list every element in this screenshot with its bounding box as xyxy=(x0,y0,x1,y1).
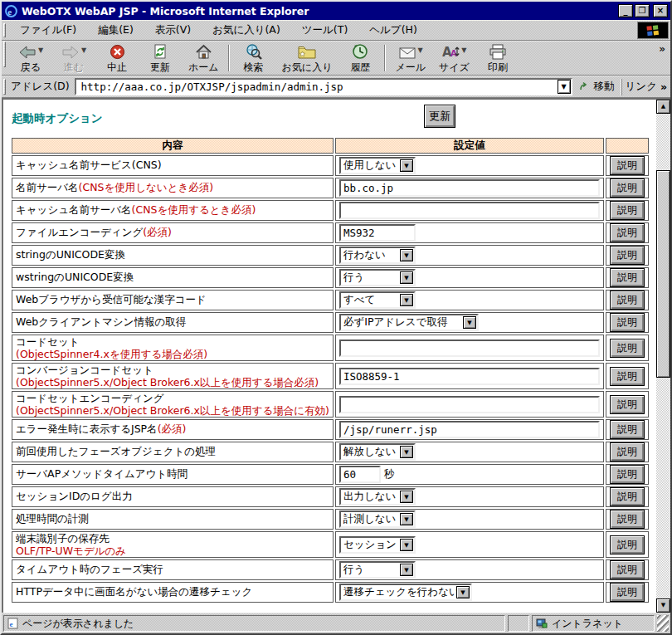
row-input[interactable] xyxy=(339,224,416,242)
row-select[interactable]: 遷移チェックを行わない▼ xyxy=(339,584,472,601)
row-select[interactable]: 行わない▼ xyxy=(339,247,416,264)
chevron-down-icon[interactable]: ▼ xyxy=(400,564,413,576)
toolbar-button-5[interactable]: 検索 xyxy=(232,42,275,75)
chevron-down-icon[interactable]: ▼ xyxy=(456,586,470,598)
table-row: エラー発生時に表示するJSP名(必須)説明 xyxy=(12,419,649,440)
chevron-down-icon[interactable]: ▼ xyxy=(400,491,413,503)
chevron-down-icon[interactable]: ▼ xyxy=(400,513,413,525)
desc-button[interactable]: 説明 xyxy=(610,535,645,554)
maximize-button[interactable]: ❐ xyxy=(635,4,650,17)
row-desc-cell: 説明 xyxy=(606,335,649,361)
toolbar-button-4[interactable]: ホーム xyxy=(182,42,226,75)
scroll-up-icon[interactable]: ▲ xyxy=(656,100,670,114)
toolbar-overflow-chevron[interactable]: » xyxy=(654,42,670,56)
row-input[interactable] xyxy=(339,466,381,483)
menu-item-3[interactable]: お気に入り(A) xyxy=(202,21,291,40)
vertical-scrollbar[interactable]: ▲ ▼ xyxy=(656,100,670,613)
row-input[interactable] xyxy=(339,396,600,413)
row-input[interactable] xyxy=(339,179,600,197)
desc-button[interactable]: 説明 xyxy=(610,313,645,332)
chevron-down-icon[interactable]: ▼ xyxy=(463,316,476,329)
row-input[interactable] xyxy=(339,202,600,219)
desc-button[interactable]: 説明 xyxy=(610,156,645,175)
menu-item-1[interactable]: 編集(E) xyxy=(87,21,144,40)
menu-item-4[interactable]: ツール(T) xyxy=(291,21,358,40)
menu-item-2[interactable]: 表示(V) xyxy=(144,21,202,40)
toolbar-grip[interactable] xyxy=(3,42,6,67)
row-select[interactable]: すべて▼ xyxy=(339,291,416,309)
row-value-cell: 出力しない▼ xyxy=(335,486,604,507)
toolbar-button-0[interactable]: ▼戻る xyxy=(9,42,52,75)
go-button[interactable]: 移動 xyxy=(572,80,621,94)
chevron-down-icon[interactable]: ▼ xyxy=(400,539,413,551)
chevron-down-icon[interactable]: ▼ xyxy=(400,159,413,172)
row-desc-cell: 説明 xyxy=(606,391,649,418)
column-header-blank xyxy=(606,138,649,154)
desc-button[interactable]: 説明 xyxy=(610,583,645,602)
toolbar-button-8[interactable]: ▼メール xyxy=(388,42,432,75)
desc-button[interactable]: 説明 xyxy=(610,178,645,198)
table-row: キャッシュ名前サービス(CNS)使用しない▼説明 xyxy=(12,155,649,176)
toolbar-button-6[interactable]: お気に入り xyxy=(275,42,339,75)
close-button[interactable]: × xyxy=(653,4,668,17)
row-select[interactable]: 行う▼ xyxy=(339,561,416,579)
chevron-down-icon[interactable]: ▼ xyxy=(400,294,413,306)
desc-button[interactable]: 説明 xyxy=(610,442,645,462)
mail-icon xyxy=(398,42,416,60)
address-bar: アドレス(D) ▼ 移動 リンク » xyxy=(2,76,670,98)
desc-button[interactable]: 説明 xyxy=(610,487,645,506)
toolbar-button-2[interactable]: 中止 xyxy=(95,42,139,75)
desc-button[interactable]: 説明 xyxy=(610,339,645,358)
row-select[interactable]: 行う▼ xyxy=(339,269,416,286)
row-select[interactable]: 解放しない▼ xyxy=(339,443,416,461)
row-input[interactable] xyxy=(339,368,600,385)
desc-button[interactable]: 説明 xyxy=(610,246,645,265)
row-input[interactable] xyxy=(339,421,600,438)
desc-button[interactable]: 説明 xyxy=(610,201,645,220)
row-select[interactable]: 必ずIPアドレスで取得▼ xyxy=(339,314,479,331)
row-select-value: 使用しない xyxy=(341,159,400,173)
desc-button[interactable]: 説明 xyxy=(610,395,645,414)
desc-button[interactable]: 説明 xyxy=(610,367,645,386)
menu-item-5[interactable]: ヘルプ(H) xyxy=(358,21,428,40)
scrollbar-thumb[interactable] xyxy=(656,170,670,378)
desc-button[interactable]: 説明 xyxy=(610,291,645,310)
chevron-down-icon[interactable]: ▼ xyxy=(418,46,423,54)
menu-item-0[interactable]: ファイル(F) xyxy=(9,21,87,40)
address-input[interactable] xyxy=(81,81,558,93)
toolbar-button-7[interactable]: 履歴 xyxy=(338,42,382,75)
desc-button[interactable]: 説明 xyxy=(610,420,645,439)
address-bar-grip[interactable] xyxy=(3,79,6,95)
row-select-value: 行わない xyxy=(341,248,400,262)
minimize-button[interactable]: _ xyxy=(618,4,633,17)
menu-bar-grip[interactable] xyxy=(3,23,6,38)
desc-button[interactable]: 説明 xyxy=(610,560,645,579)
chevron-down-icon[interactable]: ▼ xyxy=(38,46,43,54)
toolbar-button-3[interactable]: 更新 xyxy=(139,42,182,75)
row-input[interactable] xyxy=(339,339,600,357)
chevron-down-icon[interactable]: ▼ xyxy=(400,271,413,284)
chevron-down-icon[interactable]: ▼ xyxy=(461,46,466,54)
update-button[interactable]: 更新 xyxy=(424,105,455,128)
ie-logo-icon: e xyxy=(4,4,18,17)
chevron-down-icon[interactable]: ▼ xyxy=(81,46,86,54)
row-select[interactable]: 出力しない▼ xyxy=(339,488,416,506)
row-label-cell: コードセット(ObjectSpinner4.xを使用する場合必須) xyxy=(12,335,334,361)
links-bar[interactable]: リンク » xyxy=(621,79,670,95)
toolbar-button-10[interactable]: 印刷 xyxy=(476,42,519,75)
row-select[interactable]: セッション▼ xyxy=(339,536,416,554)
desc-button[interactable]: 説明 xyxy=(610,465,645,484)
chevron-down-icon[interactable]: ▼ xyxy=(400,446,413,458)
row-label-cell: キャッシュ名前サービス(CNS) xyxy=(12,155,334,176)
row-select[interactable]: 使用しない▼ xyxy=(339,157,416,174)
chevron-down-icon[interactable]: ▼ xyxy=(400,249,413,261)
row-value-cell: 行わない▼ xyxy=(335,245,604,266)
resize-grip[interactable] xyxy=(657,615,669,632)
row-select[interactable]: 計測しない▼ xyxy=(339,510,416,528)
address-dropdown-icon[interactable]: ▼ xyxy=(558,80,571,94)
desc-button[interactable]: 説明 xyxy=(610,510,645,529)
desc-button[interactable]: 説明 xyxy=(610,268,645,287)
scroll-down-icon[interactable]: ▼ xyxy=(656,598,670,613)
desc-button[interactable]: 説明 xyxy=(610,223,645,242)
toolbar-button-9[interactable]: AA▼サイズ xyxy=(432,42,476,75)
